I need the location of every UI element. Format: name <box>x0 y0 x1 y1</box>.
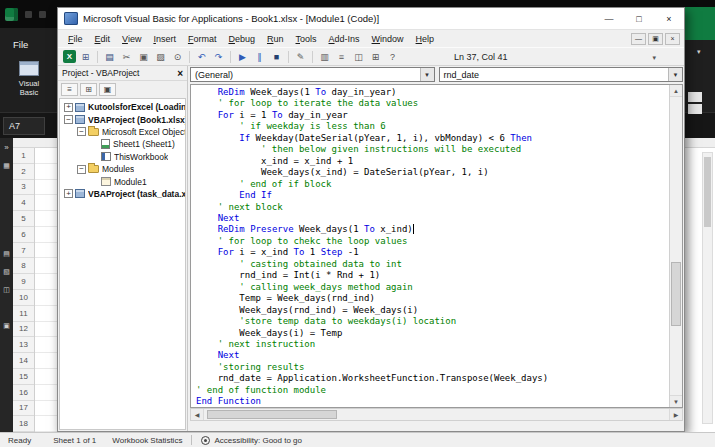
tree-item[interactable]: +KutoolsforExcel (Loading) <box>60 101 185 113</box>
scroll-left-icon[interactable]: ◀ <box>191 409 204 420</box>
toolbox-icon[interactable]: ⊞ <box>368 50 383 64</box>
kutools-pane-tab-5-icon[interactable]: ▣ <box>3 322 10 330</box>
view-object-button[interactable]: ⊞ <box>80 83 97 96</box>
tree-item[interactable]: Sheet1 (Sheet1) <box>60 138 185 150</box>
row-header[interactable]: 6 <box>13 227 34 243</box>
row-header[interactable]: 2 <box>13 164 34 180</box>
tree-item[interactable]: +VBAProject (task_data.xls <box>60 188 185 200</box>
name-box[interactable]: A7 <box>3 117 45 135</box>
code-hscroll-thumb[interactable] <box>207 410 337 419</box>
expander-plus-icon[interactable]: + <box>64 189 73 198</box>
menu-debug[interactable]: Debug <box>222 34 261 44</box>
sheet-cell[interactable] <box>35 290 57 306</box>
dropdown-arrow-icon[interactable]: ▼ <box>668 68 682 81</box>
maximize-button[interactable]: □ <box>624 8 654 29</box>
sheet-cell[interactable] <box>35 306 57 322</box>
properties-window-icon[interactable]: ≡ <box>334 50 349 64</box>
code-hscrollbar[interactable]: ◀ ▶ <box>190 408 683 421</box>
row-header[interactable]: 5 <box>13 211 34 227</box>
code-vscroll-thumb[interactable] <box>671 262 681 326</box>
tree-item[interactable]: −Microsoft Excel Objects <box>60 126 185 138</box>
tree-item[interactable]: −VBAProject (Book1.xlsx) <box>60 113 185 125</box>
row-header[interactable]: 11 <box>13 306 34 322</box>
procedure-dropdown[interactable]: rnd_date ▼ <box>439 67 684 82</box>
sheet-cell[interactable] <box>35 180 57 196</box>
mdi-minimize-button[interactable]: — <box>631 33 646 45</box>
row-header[interactable]: 12 <box>13 322 34 338</box>
sheet-cell[interactable] <box>35 258 57 274</box>
row-header[interactable]: 16 <box>13 385 34 401</box>
view-microsoft-excel-icon[interactable]: X <box>63 50 76 63</box>
run-sub-icon[interactable]: ▶ <box>235 50 250 64</box>
menu-addins[interactable]: Add-Ins <box>323 34 366 44</box>
toolbar-options-icon[interactable]: ▾ <box>652 54 656 62</box>
row-header[interactable]: 4 <box>13 195 34 211</box>
menu-edit[interactable]: Edit <box>89 34 117 44</box>
menu-insert[interactable]: Insert <box>147 34 182 44</box>
scroll-down-icon[interactable]: ▼ <box>670 395 682 407</box>
menu-help[interactable]: Help <box>410 34 441 44</box>
mdi-close-button[interactable]: × <box>665 33 680 45</box>
code-text[interactable]: ReDim Week_days(1 To day_in_year) ' for … <box>191 85 669 407</box>
expander-plus-icon[interactable]: + <box>64 103 73 112</box>
kutools-pane-tab-2-icon[interactable]: ▤ <box>3 250 10 258</box>
redo-icon[interactable]: ↷ <box>211 50 226 64</box>
sheet-cell[interactable] <box>35 322 57 338</box>
minimize-button[interactable]: — <box>594 8 624 29</box>
expander-minus-icon[interactable]: − <box>64 115 73 124</box>
file-tab[interactable]: File <box>13 39 28 50</box>
object-dropdown[interactable]: (General) ▼ <box>190 67 435 82</box>
paste-icon[interactable]: ▨ <box>153 50 168 64</box>
row-header[interactable]: 15 <box>13 369 34 385</box>
sheet-cell[interactable] <box>35 416 57 432</box>
dropdown-arrow-icon[interactable]: ▼ <box>420 68 434 81</box>
close-button[interactable]: × <box>654 8 684 29</box>
mdi-restore-button[interactable]: ▣ <box>648 33 663 45</box>
row-header[interactable]: 1 <box>13 148 34 164</box>
row-header[interactable]: 13 <box>13 337 34 353</box>
sheet-cell[interactable] <box>35 243 57 259</box>
kutools-pane-tab-4-icon[interactable]: ◫ <box>3 286 10 294</box>
save-icon[interactable]: ▤ <box>102 50 117 64</box>
ribbon-collapse-icon[interactable]: ▾ <box>697 48 701 56</box>
menu-run[interactable]: Run <box>261 34 290 44</box>
sheet-cell[interactable] <box>35 401 57 417</box>
project-explorer-icon[interactable]: ▥ <box>317 50 332 64</box>
sheet-cell[interactable] <box>35 164 57 180</box>
insert-userform-icon[interactable]: ⊞ <box>78 50 93 64</box>
quick-access-icon-2[interactable] <box>39 11 46 18</box>
status-sheet-info[interactable]: Sheet 1 of 1 <box>53 436 96 445</box>
sheet-cell[interactable] <box>35 385 57 401</box>
menu-tools[interactable]: Tools <box>290 34 323 44</box>
status-workbook-statistics[interactable]: Workbook Statistics <box>112 436 182 445</box>
row-header[interactable]: 3 <box>13 180 34 196</box>
menu-window[interactable]: Window <box>366 34 410 44</box>
code-vscrollbar[interactable]: ▲ ▼ <box>669 85 682 407</box>
expander-minus-icon[interactable]: − <box>77 127 86 136</box>
sheet-cell[interactable] <box>35 227 57 243</box>
help-icon[interactable]: ? <box>385 50 400 64</box>
design-mode-icon[interactable]: ✎ <box>293 50 308 64</box>
visual-basic-button[interactable]: Visual Basic <box>4 61 54 97</box>
reset-icon[interactable]: ■ <box>269 50 284 64</box>
vba-title-bar[interactable]: Microsoft Visual Basic for Applications … <box>58 8 684 30</box>
find-icon[interactable]: ⊙ <box>170 50 185 64</box>
row-header[interactable]: 17 <box>13 401 34 417</box>
sheet-cell[interactable] <box>35 337 57 353</box>
kutools-pane-tab-3-icon[interactable]: ▧ <box>3 268 10 276</box>
break-icon[interactable]: ∥ <box>252 50 267 64</box>
object-browser-icon[interactable]: ◫ <box>351 50 366 64</box>
sheet-cell[interactable] <box>35 353 57 369</box>
project-close-icon[interactable]: × <box>177 68 183 79</box>
quick-access-icon-1[interactable] <box>25 11 32 18</box>
status-accessibility[interactable]: Accessibility: Good to go <box>214 436 302 445</box>
project-explorer-header[interactable]: Project - VBAProject × <box>58 66 187 81</box>
row-header[interactable]: 18 <box>13 416 34 432</box>
expander-minus-icon[interactable]: − <box>77 165 86 174</box>
undo-icon[interactable]: ↶ <box>194 50 209 64</box>
view-code-button[interactable]: ≡ <box>61 83 78 96</box>
excel-vscroll-thumb[interactable] <box>704 157 711 227</box>
excel-vscrollbar[interactable] <box>702 152 713 424</box>
kutools-pane-tab-1-icon[interactable]: ▦ <box>3 162 10 170</box>
row-header[interactable]: 14 <box>13 353 34 369</box>
